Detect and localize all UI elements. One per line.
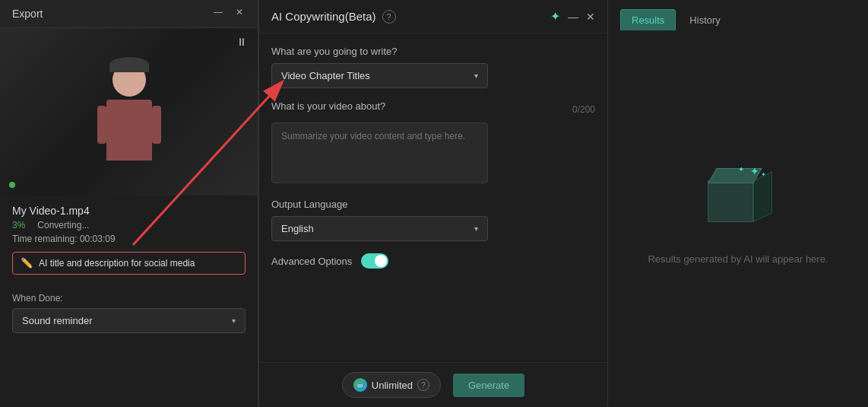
write-label: What are you going to write? (271, 46, 595, 57)
advanced-options-row: Advanced Options (271, 253, 595, 269)
results-content: ✦ ✦ ✦ Results generated by AI will appea… (608, 30, 868, 399)
box-side (753, 171, 772, 222)
when-done-label: When Done: (12, 293, 246, 304)
chevron-down-icon: ▾ (474, 224, 478, 233)
time-remaining-value: 00:03:09 (80, 234, 116, 244)
about-section: What is your video about? 0/200 (271, 100, 595, 186)
advanced-options-toggle[interactable] (361, 253, 388, 269)
results-empty-text: Results generated by AI will appear here… (648, 253, 828, 265)
when-done-dropdown[interactable]: Sound reminder ▾ (12, 308, 246, 333)
about-label-row: What is your video about? 0/200 (271, 100, 595, 118)
video-thumbnail (0, 28, 258, 196)
write-type-dropdown[interactable]: Video Chapter Titles ▾ (271, 63, 488, 88)
unlimited-label: Unlimited (372, 380, 413, 391)
language-label: Output Language (271, 199, 595, 210)
ai-panel-title-group: AI Copywriting(Beta) ? (271, 10, 396, 24)
video-converting: Converting... (37, 220, 89, 231)
box-illustration: ✦ ✦ ✦ (692, 165, 784, 241)
ai-panel-header: AI Copywriting(Beta) ? ✦ — ✕ (259, 0, 607, 33)
pin-icon[interactable]: ✦ (550, 9, 560, 24)
person-body (106, 100, 152, 161)
ai-panel-title-text: AI Copywriting(Beta) (271, 10, 376, 23)
ai-pen-icon: ✏️ (21, 257, 33, 269)
export-header: Export — ✕ (0, 0, 258, 28)
sparkle-2: ✦ (761, 171, 766, 178)
panel-close-icon[interactable]: ✕ (586, 11, 595, 23)
unlimited-button[interactable]: ∞ Unlimited ? (342, 372, 441, 398)
when-done-value: Sound reminder (22, 315, 93, 326)
video-percent: 3% (12, 220, 25, 231)
minimize-button[interactable]: — (212, 6, 224, 18)
panel-controls: ✦ — ✕ (550, 9, 595, 24)
video-preview: ⏸ (0, 28, 258, 196)
language-section: Output Language English ▾ (271, 199, 595, 241)
time-remaining: Time remaining: 00:03:09 (12, 234, 246, 244)
ai-panel-footer: ∞ Unlimited ? Generate (259, 362, 607, 407)
toggle-knob (375, 255, 387, 267)
language-dropdown[interactable]: English ▾ (271, 216, 488, 241)
chevron-down-icon: ▾ (474, 72, 478, 80)
video-filename: My Video-1.mp4 (12, 205, 246, 217)
char-count: 0/200 (572, 104, 595, 115)
ai-suggestion-button[interactable]: ✏️ AI title and description for social m… (12, 252, 246, 275)
unlimited-icon: ∞ (353, 378, 367, 392)
ai-suggestion-label: AI title and description for social medi… (39, 258, 195, 269)
export-title: Export (12, 8, 43, 20)
write-section: What are you going to write? Video Chapt… (271, 46, 595, 88)
chevron-down-icon: ▾ (232, 316, 236, 325)
about-textarea[interactable] (271, 122, 488, 183)
close-button[interactable]: ✕ (233, 6, 246, 18)
video-status-row: 3% Converting... (12, 220, 246, 231)
sparkle-3: ✦ (738, 165, 744, 173)
time-remaining-label: Time remaining: (12, 234, 78, 244)
box-front (708, 180, 753, 222)
ai-copywriting-panel: AI Copywriting(Beta) ? ✦ — ✕ What are yo… (258, 0, 608, 407)
panel-minimize-icon[interactable]: — (568, 11, 578, 23)
results-tabs: Results History (608, 0, 868, 30)
unlimited-help-icon[interactable]: ? (417, 379, 429, 391)
tab-results[interactable]: Results (620, 9, 676, 30)
help-icon[interactable]: ? (382, 10, 396, 24)
export-panel: Export — ✕ ⏸ My Video-1.mp4 3% Convertin… (0, 0, 258, 407)
status-dot (9, 182, 15, 188)
when-done-section: When Done: Sound reminder ▾ (0, 293, 258, 333)
about-label: What is your video about? (271, 100, 385, 112)
advanced-options-label: Advanced Options (271, 256, 352, 267)
tab-history[interactable]: History (679, 10, 730, 30)
export-window-controls: — ✕ (212, 6, 246, 18)
generate-button[interactable]: Generate (453, 374, 524, 397)
person-head (112, 63, 146, 97)
results-panel: Results History ✦ ✦ ✦ Results generated … (608, 0, 868, 407)
pause-icon[interactable]: ⏸ (236, 36, 247, 48)
sparkle-1: ✦ (750, 165, 759, 177)
language-value: English (281, 223, 314, 234)
video-info: My Video-1.mp4 3% Converting... Time rem… (0, 196, 258, 293)
write-type-value: Video Chapter Titles (281, 70, 370, 81)
ai-panel-content: What are you going to write? Video Chapt… (259, 33, 607, 357)
